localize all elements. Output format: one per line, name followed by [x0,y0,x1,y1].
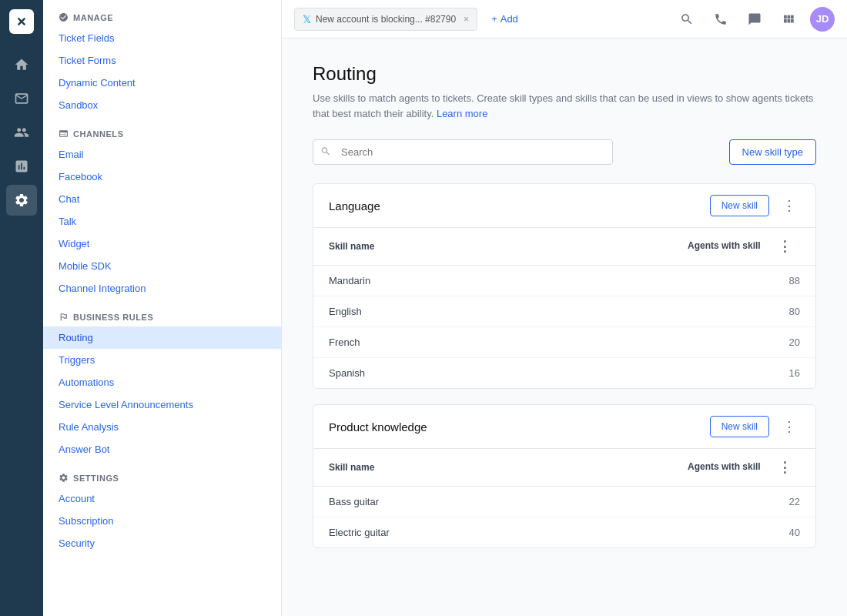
plus-icon: + [491,13,497,25]
sidebar-item-widget[interactable]: Widget [43,233,281,255]
new-skill-button-product-knowledge[interactable]: New skill [710,416,769,437]
twitter-icon: 𝕏 [303,13,311,25]
skill-agents-spanish: 16 [488,358,815,389]
tab-close-icon[interactable]: × [464,14,469,25]
search-input[interactable] [313,139,613,165]
col-agents-pk: Agents with skill ⋮ [509,449,815,487]
sidebar-item-sandbox[interactable]: Sandbox [43,94,281,116]
table-row: English 80 [313,296,815,327]
skill-name-mandarin: Mandarin [313,266,488,296]
sidebar-item-facebook[interactable]: Facebook [43,166,281,188]
skill-name-french: French [313,327,488,358]
sidebar-item-routing[interactable]: Routing [43,326,281,349]
phone-icon[interactable] [708,7,733,32]
skill-name-english: English [313,296,488,327]
table-row: Electric guitar 40 [313,517,815,548]
top-bar: 𝕏 New account is blocking... #82790 × + … [282,0,847,38]
table-row: Bass guitar 22 [313,487,815,517]
table-row: French 20 [313,327,815,358]
sidebar-item-service-level[interactable]: Service Level Announcements [43,393,281,416]
page-title: Routing [313,63,816,85]
icon-bar [0,0,43,616]
sidebar-section-manage: MANAGE [43,0,281,27]
skill-name-electric-guitar: Electric guitar [313,517,509,548]
sidebar-item-ticket-fields[interactable]: Ticket Fields [43,27,281,49]
main-area: 𝕏 New account is blocking... #82790 × + … [282,0,847,616]
nav-settings-icon[interactable] [6,185,37,216]
sidebar-item-security[interactable]: Security [43,532,281,554]
tab-label: New account is blocking... #82790 [316,14,456,25]
col-more-icon-language[interactable]: ⋮ [769,236,800,257]
skill-card-language-title: Language [329,199,701,213]
search-box-icon [320,146,331,159]
skill-agents-mandarin: 88 [488,266,815,296]
app-logo [9,9,34,34]
new-skill-button-language[interactable]: New skill [710,195,769,216]
sidebar-item-dynamic-content[interactable]: Dynamic Content [43,72,281,94]
content-area: Routing Use skills to match agents to ti… [282,38,847,616]
sidebar: MANAGE Ticket Fields Ticket Forms Dynami… [43,0,282,616]
sidebar-item-subscription[interactable]: Subscription [43,510,281,532]
nav-home-icon[interactable] [6,49,37,80]
search-row: New skill type [313,139,816,165]
skill-card-language-header: Language New skill ⋮ [313,184,815,228]
skill-card-language: Language New skill ⋮ Skill name Agents w… [313,183,816,389]
table-row: Mandarin 88 [313,266,815,296]
nav-reports-icon[interactable] [6,151,37,182]
skill-card-product-knowledge-header: Product knowledge New skill ⋮ [313,405,815,449]
sidebar-item-chat[interactable]: Chat [43,188,281,210]
table-row: Spanish 16 [313,358,815,389]
sidebar-item-email[interactable]: Email [43,143,281,166]
sidebar-item-answer-bot[interactable]: Answer Bot [43,438,281,460]
skill-agents-bass-guitar: 22 [509,487,815,517]
skill-agents-french: 20 [488,327,815,358]
search-box [313,139,613,165]
sidebar-item-talk[interactable]: Talk [43,210,281,233]
tab-ticket[interactable]: 𝕏 New account is blocking... #82790 × [294,8,477,31]
skill-table-product-knowledge: Skill name Agents with skill ⋮ Bass guit… [313,449,815,547]
product-knowledge-more-icon[interactable]: ⋮ [778,416,800,437]
language-more-icon[interactable]: ⋮ [778,195,800,216]
search-icon[interactable] [675,7,699,32]
sidebar-item-channel-integration[interactable]: Channel Integration [43,277,281,300]
skill-name-bass-guitar: Bass guitar [313,487,509,517]
skill-table-language: Skill name Agents with skill ⋮ Mandarin … [313,228,815,388]
top-bar-icons: JD [675,7,835,32]
skill-agents-electric-guitar: 40 [509,517,815,548]
chat-icon[interactable] [742,7,767,32]
col-agents-language: Agents with skill ⋮ [488,228,815,266]
sidebar-section-settings: SETTINGS [43,460,281,487]
skill-card-product-knowledge: Product knowledge New skill ⋮ Skill name… [313,404,816,548]
add-tab-button[interactable]: + Add [484,8,526,29]
col-skill-name-language: Skill name [313,228,488,266]
sidebar-item-ticket-forms[interactable]: Ticket Forms [43,49,281,72]
sidebar-item-account[interactable]: Account [43,487,281,510]
col-skill-name-pk: Skill name [313,449,509,487]
sidebar-item-triggers[interactable]: Triggers [43,349,281,371]
skill-card-product-knowledge-title: Product knowledge [329,420,701,434]
sidebar-section-business-rules: BUSINESS RULES [43,300,281,326]
skill-agents-english: 80 [488,296,815,327]
col-more-icon-pk[interactable]: ⋮ [769,457,800,478]
skill-name-spanish: Spanish [313,358,488,389]
nav-tickets-icon[interactable] [6,83,37,114]
new-skill-type-button[interactable]: New skill type [729,139,816,165]
nav-users-icon[interactable] [6,117,37,148]
grid-icon[interactable] [776,7,801,32]
sidebar-item-mobile-sdk[interactable]: Mobile SDK [43,255,281,277]
page-description: Use skills to match agents to tickets. C… [313,91,816,121]
sidebar-item-automations[interactable]: Automations [43,371,281,393]
learn-more-link[interactable]: Learn more [437,108,487,119]
sidebar-section-channels: CHANNELS [43,116,281,143]
sidebar-item-rule-analysis[interactable]: Rule Analysis [43,416,281,438]
user-avatar[interactable]: JD [810,7,835,32]
